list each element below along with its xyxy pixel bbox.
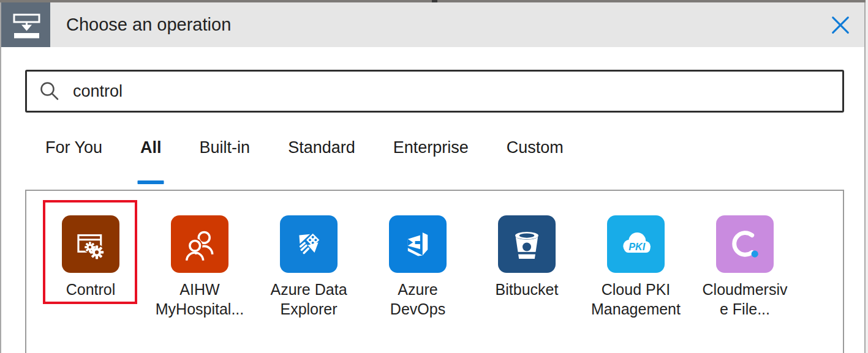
connector-label-line: Azure Data <box>270 280 347 299</box>
category-tabs: For You All Built-in Standard Enterprise… <box>45 138 564 185</box>
dialog-title: Choose an operation <box>66 2 231 47</box>
connector-tile-aihw-myhospitals[interactable]: AIHW MyHospital... <box>145 215 254 319</box>
connector-label-line: AIHW <box>156 280 244 299</box>
cloudmersive-icon <box>716 215 774 273</box>
tab-built-in[interactable]: Built-in <box>200 138 251 185</box>
tab-all-label: All <box>140 138 162 157</box>
cloud-pki-icon: PKI <box>607 215 665 273</box>
aihw-myhospitals-icon <box>171 215 228 273</box>
tab-for-you[interactable]: For You <box>45 138 102 185</box>
connector-tile-cloudmersive[interactable]: Cloudmersiv e File... <box>690 215 799 319</box>
connector-label-line: Explorer <box>270 299 347 319</box>
connector-tile-bitbucket[interactable]: Bitbucket <box>472 215 581 319</box>
connector-tile-azure-data-explorer[interactable]: Azure Data Explorer <box>254 215 363 319</box>
tab-all[interactable]: All <box>140 138 162 185</box>
connector-label-line: e File... <box>703 299 788 319</box>
connector-results-panel: Control <box>25 190 844 353</box>
search-box <box>25 70 844 113</box>
connector-label: Bitbucket <box>496 280 559 299</box>
choose-operation-dialog: Choose an operation For You All Built-in <box>0 0 866 353</box>
search-icon <box>39 80 61 102</box>
connector-label-line: Azure <box>390 280 445 299</box>
svg-text:PKI: PKI <box>628 241 645 252</box>
connector-label: Cloudmersiv e File... <box>703 280 788 319</box>
connector-tile-control[interactable]: Control <box>36 215 145 319</box>
connector-label: Azure DevOps <box>390 280 445 319</box>
connector-label-line: DevOps <box>390 299 445 319</box>
connector-tile-cloud-pki[interactable]: PKI Cloud PKI Management <box>581 215 690 319</box>
connector-label: Azure Data Explorer <box>270 280 347 319</box>
operation-step-icon <box>1 2 50 47</box>
tab-standard[interactable]: Standard <box>288 138 355 185</box>
azure-devops-icon <box>389 215 447 273</box>
connector-label: Control <box>66 280 116 299</box>
azure-data-explorer-icon <box>280 215 338 273</box>
connector-label-line: Cloud PKI <box>591 280 681 299</box>
connector-label: AIHW MyHospital... <box>156 280 244 319</box>
connector-grid: Control <box>36 215 799 319</box>
designer-connector-stub <box>432 0 437 2</box>
insert-step-glyph <box>1 2 50 47</box>
control-icon <box>62 215 119 273</box>
active-tab-underline <box>138 180 164 184</box>
close-button[interactable] <box>828 12 853 38</box>
connector-tile-azure-devops[interactable]: Azure DevOps <box>363 215 472 319</box>
dialog-header: Choose an operation <box>1 2 864 47</box>
connector-label-line: MyHospital... <box>156 299 244 319</box>
tab-enterprise[interactable]: Enterprise <box>393 138 469 185</box>
tab-custom[interactable]: Custom <box>507 138 564 185</box>
search-input[interactable] <box>72 81 835 102</box>
close-icon <box>829 14 851 36</box>
connector-label-line: Cloudmersiv <box>703 280 788 299</box>
connector-label-line: Bitbucket <box>496 280 559 299</box>
bitbucket-icon <box>498 215 556 273</box>
connector-label-line: Management <box>591 299 681 319</box>
connector-label-line: Control <box>66 280 116 299</box>
connector-label: Cloud PKI Management <box>591 280 681 319</box>
